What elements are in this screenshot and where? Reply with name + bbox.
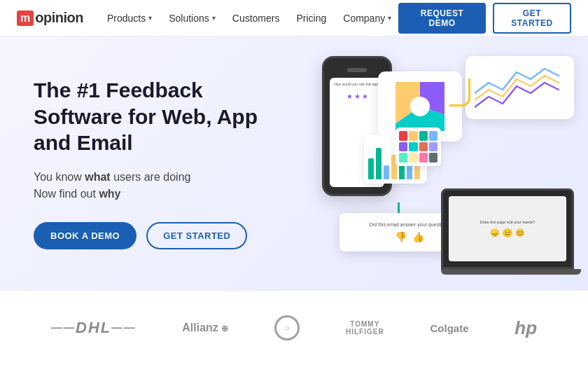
- nav-item-customers[interactable]: Customers: [225, 8, 287, 28]
- thumbs-down-icon: 👎: [395, 231, 407, 242]
- logo-dhl: ──DHL──: [51, 319, 136, 337]
- nav-item-products[interactable]: Products ▾: [100, 8, 159, 28]
- nav-item-pricing[interactable]: Pricing: [289, 8, 333, 28]
- thumbs-up-icon: 👍: [412, 231, 424, 242]
- email-thumbs: 👎 👍: [395, 231, 424, 242]
- nav-buttons: REQUEST DEMO GET STARTED: [398, 3, 571, 34]
- nav-links: Products ▾ Solutions ▾ Customers Pricing…: [100, 8, 398, 28]
- connector-yellow: [449, 78, 470, 106]
- bar-item: [376, 148, 382, 179]
- phone-notch: [347, 68, 367, 72]
- star-icon: ★: [362, 92, 368, 100]
- tommy-text: TOMMYHILFIGER: [346, 320, 384, 336]
- hero-cta: BOOK A DEMO GET STARTED: [34, 222, 266, 249]
- svg-point-3: [410, 97, 430, 116]
- emoji-neutral: 😐: [503, 228, 512, 237]
- laptop-question-text: Does this page suit your needs?: [480, 220, 536, 224]
- logo-text: opinion: [35, 10, 83, 26]
- phone-stars: ★ ★ ★: [346, 92, 368, 100]
- logo-hp: hp: [514, 317, 537, 339]
- bar-item: [384, 165, 389, 179]
- star-icon: ★: [354, 92, 360, 100]
- laptop-base: [441, 269, 581, 275]
- emoji-happy: 😊: [515, 228, 525, 237]
- phone-question-text: How would you rate this app?: [334, 82, 380, 87]
- logo[interactable]: m opinion: [17, 10, 83, 26]
- nav-item-solutions[interactable]: Solutions ▾: [162, 8, 223, 28]
- hero-content: The #1 Feedback Software for Web, App an…: [0, 36, 294, 290]
- logo-allianz: Allianz ⊕: [182, 322, 228, 334]
- pie-chart-svg: [396, 82, 444, 131]
- hero-get-started-button[interactable]: GET STARTED: [146, 222, 247, 249]
- star-icon: ★: [346, 92, 353, 100]
- allianz-text: Allianz ⊕: [182, 322, 228, 334]
- laptop-mockup: Does this page suit your needs? 😞 😐 😊: [441, 188, 581, 280]
- logo-colgate: Colgate: [430, 322, 468, 334]
- chevron-down-icon: ▾: [388, 14, 391, 22]
- logo-vodafone: ○: [274, 315, 300, 340]
- hp-text: hp: [514, 317, 537, 339]
- request-demo-button[interactable]: REQUEST DEMO: [398, 3, 486, 34]
- vodafone-text: ○: [285, 323, 290, 333]
- color-grid-card: [396, 128, 441, 166]
- hero-section: The #1 Feedback Software for Web, App an…: [0, 36, 588, 290]
- hero-subtitle: You know what users are doingNow find ou…: [34, 169, 266, 202]
- book-demo-button[interactable]: BOOK A DEMO: [34, 222, 136, 249]
- logos-section: ──DHL── Allianz ⊕ ○ TOMMYHILFIGER Colgat…: [0, 290, 588, 365]
- laptop-emojis: 😞 😐 😊: [490, 228, 525, 237]
- logo-m-letter: m: [17, 11, 34, 26]
- navbar: m opinion Products ▾ Solutions ▾ Custome…: [0, 0, 588, 36]
- logo-tommy-hilfiger: TOMMYHILFIGER: [346, 320, 384, 336]
- chevron-down-icon: ▾: [212, 14, 216, 22]
- email-question-text: Did this email answer your question?: [370, 222, 449, 227]
- colgate-text: Colgate: [430, 322, 468, 334]
- emoji-sad: 😞: [490, 228, 500, 237]
- hero-title: The #1 Feedback Software for Web, App an…: [34, 77, 266, 156]
- laptop-inner: Does this page suit your needs? 😞 😐 😊: [449, 196, 566, 261]
- vodafone-circle: ○: [274, 315, 300, 340]
- bar-item: [368, 158, 374, 179]
- laptop-screen: Does this page suit your needs? 😞 😐 😊: [441, 188, 574, 269]
- nav-item-company[interactable]: Company ▾: [336, 8, 398, 28]
- get-started-nav-button[interactable]: GET STARTED: [493, 3, 571, 34]
- dhl-text: ──DHL──: [51, 319, 136, 337]
- line-chart-svg: [475, 65, 566, 111]
- hero-illustration: How would you rate this app? ★ ★ ★: [294, 36, 588, 290]
- chevron-down-icon: ▾: [148, 14, 152, 22]
- line-chart-card: [465, 56, 574, 119]
